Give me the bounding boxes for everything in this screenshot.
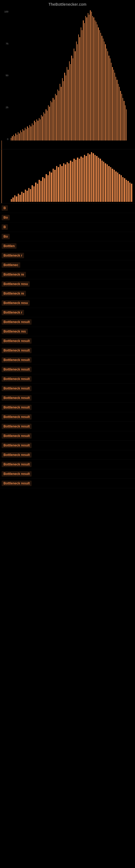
secondary-chart: [0, 149, 135, 204]
chart2-bar: [94, 155, 96, 202]
chart1-bar: [62, 78, 63, 141]
chart1-bar: [12, 136, 12, 141]
result-item: Bottleneck result: [0, 460, 135, 469]
chart1-bar: [67, 67, 67, 141]
chart1-bar: [123, 98, 123, 141]
chart2-bar: [105, 163, 106, 202]
chart2-bar: [30, 189, 31, 202]
chart2-bar: [74, 159, 75, 202]
chart1-bar: [41, 115, 42, 141]
chart1-bar: [126, 109, 127, 141]
chart2-bar: [110, 167, 111, 202]
chart1-bar: [32, 123, 32, 141]
chart1-bar: [48, 105, 49, 141]
chart2-bar: [42, 177, 43, 202]
chart2-bar: [61, 166, 62, 202]
result-item: Bottleneck result: [0, 374, 135, 384]
chart2-bar: [81, 156, 82, 202]
chart1-bar: [89, 14, 89, 141]
chart2-bar: [12, 197, 13, 202]
result-label: Bottleneck result: [2, 386, 32, 391]
result-item: Bottlenec: [0, 260, 135, 270]
chart1-bar: [40, 119, 41, 141]
result-label: B: [2, 224, 8, 230]
chart1-bar: [116, 77, 116, 141]
chart1-bar: [92, 16, 93, 141]
chart2-bar: [46, 174, 47, 202]
result-item: Bottleneck r: [0, 251, 135, 260]
chart2-bar: [21, 192, 22, 202]
chart2-bar: [103, 162, 104, 202]
chart2-bar: [108, 166, 109, 202]
chart2-bar: [16, 196, 17, 202]
chart2-bar: [56, 166, 57, 202]
result-label: Bottleneck result: [2, 414, 32, 420]
chart1-bar: [46, 109, 46, 141]
result-item: Bottleneck result: [0, 469, 135, 479]
chart1-bar: [78, 34, 79, 141]
chart2-bar: [107, 164, 108, 202]
chart1-bar: [85, 16, 86, 141]
chart2-bar: [121, 175, 122, 202]
chart1-bar: [20, 130, 21, 141]
result-label: Bottleneck result: [2, 443, 32, 448]
chart2-bar: [87, 153, 89, 202]
result-label: Bottlenec: [2, 262, 20, 268]
chart1-bar: [75, 51, 75, 141]
chart2-bar: [65, 164, 66, 202]
chart1-bar: [120, 91, 121, 141]
chart1-bar: [119, 87, 120, 141]
chart1-bar: [103, 38, 103, 141]
result-label: Bottleneck result: [2, 367, 32, 372]
chart1-bar: [33, 125, 34, 141]
chart2-bar: [58, 167, 59, 202]
chart1-bar: [110, 58, 110, 141]
result-item: Bo: [0, 213, 135, 222]
result-label: Bottlen: [2, 243, 16, 249]
chart2-bar: [117, 173, 118, 202]
chart2-bar: [27, 191, 28, 202]
result-item: B: [0, 204, 135, 213]
chart2-bar: [124, 178, 125, 202]
result-item: B: [0, 222, 135, 232]
main-chart: 100 75 50 25 0: [0, 8, 135, 149]
chart1-bar: [107, 51, 108, 141]
chart2-bar: [48, 175, 49, 202]
chart2-bar: [114, 170, 115, 202]
result-item: Bottleneck result: [0, 355, 135, 365]
chart2-bar: [82, 158, 83, 202]
chart1-bar: [24, 130, 24, 141]
chart1-bar: [79, 37, 80, 141]
result-item: Bottleneck result: [0, 365, 135, 374]
chart1-bar: [55, 94, 56, 141]
chart1-bar: [38, 121, 38, 141]
chart2-bar: [86, 156, 87, 202]
chart1-bar: [61, 87, 61, 141]
chart1-bar: [83, 20, 83, 141]
chart2-bar: [18, 194, 19, 202]
result-item: Bottleneck r: [0, 308, 135, 317]
chart1-bar: [60, 84, 60, 141]
chart1-bar: [124, 101, 124, 141]
result-label: Bottleneck result: [2, 452, 32, 458]
chart2-bar: [37, 184, 38, 202]
result-item: Bottleneck re: [0, 289, 135, 299]
chart2-bar: [51, 173, 52, 202]
chart1-bar: [58, 91, 59, 141]
chart2-bar: [19, 195, 20, 202]
result-label: Bottleneck result: [2, 319, 32, 325]
chart1-bar: [70, 64, 71, 141]
chart1-bar: [53, 98, 53, 141]
result-item: Bottlen: [0, 241, 135, 251]
result-label: Bottleneck result: [2, 338, 32, 344]
chart2-bar: [115, 172, 117, 202]
chart1-bar: [71, 56, 72, 141]
chart1-bar: [39, 118, 39, 141]
chart2-bar: [96, 156, 97, 202]
chart2-bar: [25, 190, 26, 202]
chart1-bar: [114, 70, 114, 141]
chart2-bar: [89, 154, 90, 202]
chart1-bar: [65, 75, 66, 141]
chart1-bar: [13, 135, 14, 141]
chart2-bar: [93, 153, 94, 202]
